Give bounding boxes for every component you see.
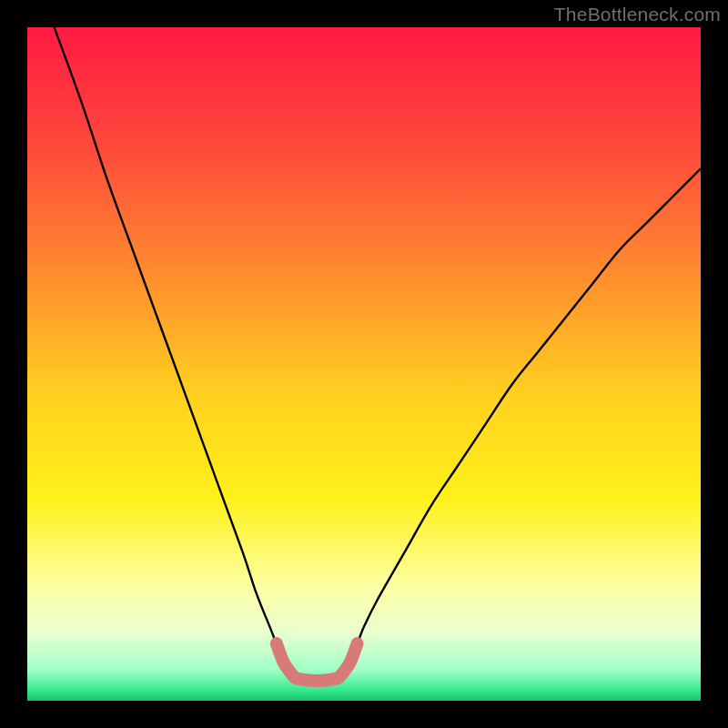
gradient-bg [27,27,701,701]
bottleneck-chart [27,27,701,701]
watermark-text: TheBottleneck.com [554,4,721,25]
chart-frame: TheBottleneck.com [0,0,728,728]
